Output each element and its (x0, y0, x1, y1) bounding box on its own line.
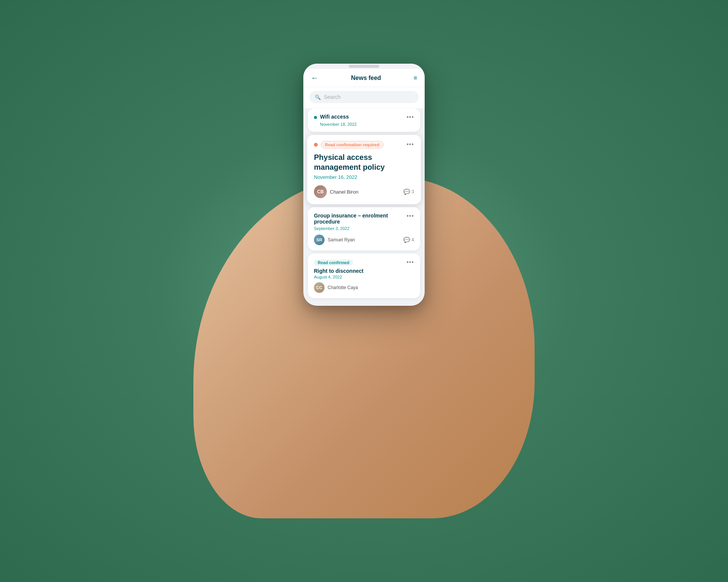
card-date: September 3, 2022 (314, 226, 414, 231)
more-options-icon[interactable]: ••• (406, 259, 414, 266)
search-placeholder: Search (324, 94, 340, 100)
feed-item-physical[interactable]: Read confirmation required ••• Physical … (307, 135, 421, 204)
card-title: Right to disconnect (314, 268, 364, 274)
badge-row: Read confirmation required (314, 141, 384, 149)
author-row: CC Charlotte Caya (314, 282, 414, 293)
feed-item-insurance[interactable]: Group insurance – enrolment procedure ••… (308, 207, 420, 250)
card-footer: SR Samuel Ryan 💬 4 (314, 235, 414, 245)
phone-device: ← News feed ≡ 🔍 Search Wifi access ••• (303, 64, 425, 306)
comment-number: 3 (411, 189, 414, 194)
filter-icon[interactable]: ≡ (414, 75, 417, 81)
highlight-card-footer: CB Chanel Biron 💬 3 (314, 185, 414, 198)
page-title: News feed (351, 75, 381, 81)
card-date: August 4, 2022 (314, 275, 364, 279)
comment-count: 💬 3 (403, 189, 414, 195)
feed-item-wifi[interactable]: Wifi access ••• November 18, 2022 (308, 108, 420, 132)
avatar: CC (314, 282, 325, 293)
author-row: SR Samuel Ryan (314, 235, 355, 245)
red-dot-indicator (314, 143, 318, 147)
feed-item-disconnect[interactable]: Read confirmed Right to disconnect Augus… (308, 253, 420, 298)
card-title: Wifi access (320, 114, 349, 120)
search-bar[interactable]: 🔍 Search (309, 91, 419, 103)
app-header: ← News feed ≡ (303, 69, 425, 87)
author-row: CB Chanel Biron (314, 185, 358, 198)
notch (349, 65, 379, 68)
comment-number: 4 (411, 237, 414, 242)
card-date: November 18, 2022 (314, 122, 414, 127)
author-name: Chanel Biron (330, 189, 358, 195)
avatar: SR (314, 235, 325, 245)
read-confirmation-badge: Read confirmation required (321, 141, 384, 149)
comment-count: 💬 4 (403, 237, 414, 243)
lower-feed-section: Group insurance – enrolment procedure ••… (308, 207, 420, 298)
comment-icon: 💬 (403, 189, 410, 195)
feed-list: Wifi access ••• November 18, 2022 Read c… (303, 108, 425, 298)
highlight-card-date: November 16, 2022 (314, 174, 414, 180)
read-confirmed-badge: Read confirmed (314, 260, 353, 266)
more-options-icon[interactable]: ••• (406, 141, 414, 148)
comment-icon: 💬 (403, 237, 410, 243)
more-options-icon[interactable]: ••• (406, 114, 414, 120)
more-options-icon[interactable]: ••• (406, 213, 414, 219)
search-container: 🔍 Search (303, 87, 425, 108)
phone-notch-bar (303, 64, 425, 69)
back-button[interactable]: ← (311, 74, 318, 82)
search-icon: 🔍 (315, 94, 321, 100)
avatar: CB (314, 185, 327, 198)
card-title: Group insurance – enrolment procedure (314, 213, 406, 225)
highlight-card-title: Physical access management policy (314, 152, 414, 172)
author-name: Samuel Ryan (328, 237, 355, 242)
author-name: Charlotte Caya (328, 285, 358, 290)
scene: ← News feed ≡ 🔍 Search Wifi access ••• (174, 64, 554, 518)
unread-dot (314, 116, 317, 119)
